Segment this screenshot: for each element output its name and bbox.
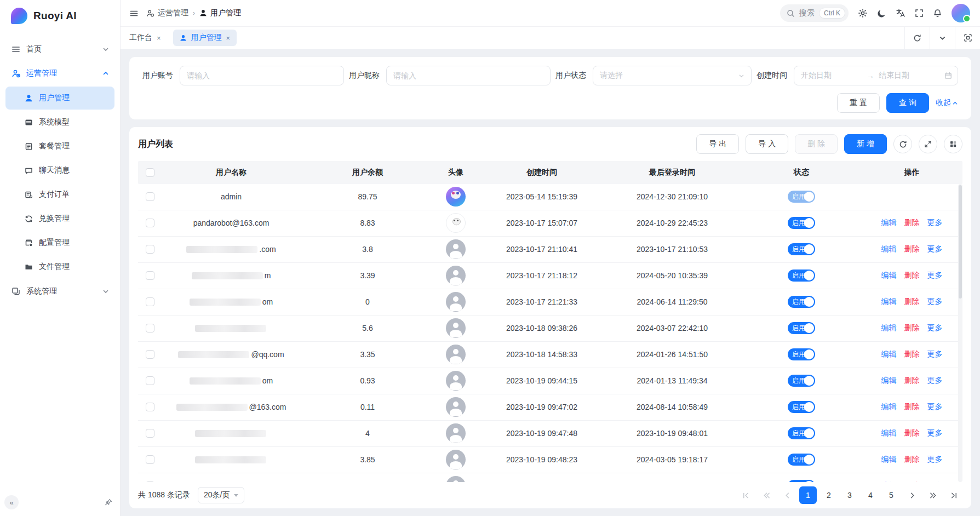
- row-checkbox[interactable]: [146, 403, 154, 411]
- status-toggle[interactable]: 启用: [788, 191, 815, 203]
- sidebar-item-system-model[interactable]: 系统模型: [5, 111, 114, 134]
- more-link[interactable]: 更多: [927, 244, 943, 254]
- edit-link[interactable]: 编辑: [881, 402, 897, 412]
- status-toggle[interactable]: 启用: [788, 454, 815, 466]
- sidebar-item-home[interactable]: 首页: [5, 37, 114, 61]
- fullscreen-icon[interactable]: [915, 9, 924, 18]
- previous-page-button[interactable]: [778, 486, 796, 504]
- row-checkbox[interactable]: [146, 429, 154, 438]
- sidebar-item-file-management[interactable]: 文件管理: [5, 255, 114, 278]
- edit-link[interactable]: 编辑: [881, 244, 897, 254]
- app-logo[interactable]: Ruoyi AI: [0, 0, 120, 32]
- delete-link[interactable]: 删除: [904, 271, 920, 280]
- row-checkbox[interactable]: [146, 192, 154, 201]
- delete-link[interactable]: 删除: [904, 402, 920, 412]
- menu-toggle-icon[interactable]: [129, 9, 139, 18]
- tab-user-management[interactable]: 用户管理 ×: [173, 30, 237, 46]
- sidebar-item-user-management[interactable]: 用户管理: [5, 87, 114, 110]
- more-link[interactable]: 更多: [927, 218, 943, 228]
- more-link[interactable]: 更多: [927, 271, 943, 280]
- global-search[interactable]: 搜索 Ctrl K: [780, 4, 849, 22]
- settings-icon[interactable]: [858, 8, 868, 18]
- next-page-button[interactable]: [903, 486, 921, 504]
- row-checkbox[interactable]: [146, 219, 154, 227]
- status-toggle[interactable]: 启用: [788, 270, 815, 282]
- more-link[interactable]: 更多: [927, 323, 943, 333]
- nickname-input[interactable]: [386, 66, 551, 85]
- status-toggle[interactable]: 启用: [788, 322, 815, 334]
- reset-button[interactable]: 重 置: [837, 93, 880, 113]
- column-settings-icon[interactable]: [944, 135, 962, 153]
- close-icon[interactable]: ×: [226, 34, 231, 42]
- status-toggle[interactable]: 启用: [788, 217, 815, 229]
- refresh-icon[interactable]: [893, 135, 912, 153]
- more-link[interactable]: 更多: [927, 428, 943, 438]
- page-button-1[interactable]: 1: [799, 486, 817, 504]
- sidebar-item-operations[interactable]: 运营管理: [5, 61, 114, 85]
- more-link[interactable]: 更多: [927, 481, 943, 482]
- edit-link[interactable]: 编辑: [881, 455, 897, 465]
- status-toggle[interactable]: 启用: [788, 243, 815, 255]
- edit-link[interactable]: 编辑: [881, 271, 897, 280]
- page-button-5[interactable]: 5: [882, 486, 900, 504]
- add-button[interactable]: 新 增: [844, 134, 887, 154]
- page-button-2[interactable]: 2: [820, 486, 838, 504]
- delete-link[interactable]: 删除: [904, 349, 920, 359]
- page-size-select[interactable]: 20条/页: [198, 487, 244, 503]
- more-link[interactable]: 更多: [927, 376, 943, 386]
- edit-link[interactable]: 编辑: [881, 323, 897, 333]
- language-icon[interactable]: [896, 8, 906, 18]
- search-button[interactable]: 查 询: [886, 93, 929, 113]
- status-toggle[interactable]: 启用: [788, 348, 815, 360]
- row-checkbox[interactable]: [146, 271, 154, 280]
- table-scrollbar[interactable]: [958, 184, 962, 482]
- close-icon[interactable]: ×: [157, 34, 161, 42]
- row-checkbox[interactable]: [146, 481, 154, 482]
- delete-link[interactable]: 删除: [904, 218, 920, 228]
- notifications-icon[interactable]: [933, 9, 942, 18]
- export-button[interactable]: 导 出: [696, 134, 739, 154]
- table-fullscreen-icon[interactable]: [919, 135, 937, 153]
- more-link[interactable]: 更多: [927, 349, 943, 359]
- sidebar-collapse-button[interactable]: «: [4, 495, 19, 509]
- date-range-picker[interactable]: 开始日期 → 结束日期: [794, 66, 958, 85]
- more-link[interactable]: 更多: [927, 402, 943, 412]
- delete-link[interactable]: 删除: [904, 481, 920, 482]
- edit-link[interactable]: 编辑: [881, 297, 897, 307]
- status-toggle[interactable]: 启用: [788, 427, 815, 439]
- content-fullscreen-icon[interactable]: [955, 27, 980, 49]
- sidebar-item-chat-messages[interactable]: 聊天消息: [5, 159, 114, 182]
- sidebar-item-payment-orders[interactable]: 支付订单: [5, 183, 114, 206]
- delete-link[interactable]: 删除: [904, 323, 920, 333]
- status-toggle[interactable]: 启用: [788, 296, 815, 308]
- row-checkbox[interactable]: [146, 455, 154, 464]
- last-page-button[interactable]: [945, 486, 962, 504]
- select-all-checkbox[interactable]: [146, 168, 154, 177]
- more-link[interactable]: 更多: [927, 455, 943, 465]
- row-checkbox[interactable]: [146, 297, 154, 306]
- status-select[interactable]: 请选择: [593, 66, 752, 85]
- sidebar-item-redeem-management[interactable]: 兑换管理: [5, 207, 114, 230]
- back-five-pages-button[interactable]: [758, 486, 775, 504]
- edit-link[interactable]: 编辑: [881, 218, 897, 228]
- collapse-filters-link[interactable]: 收起: [936, 98, 958, 108]
- delete-button[interactable]: 删 除: [795, 134, 838, 154]
- edit-link[interactable]: 编辑: [881, 428, 897, 438]
- delete-link[interactable]: 删除: [904, 428, 920, 438]
- breadcrumb-parent[interactable]: 运营管理: [146, 8, 188, 18]
- status-toggle[interactable]: 启用: [788, 480, 815, 482]
- more-link[interactable]: 更多: [927, 297, 943, 307]
- edit-link[interactable]: 编辑: [881, 376, 897, 386]
- import-button[interactable]: 导 入: [746, 134, 788, 154]
- first-page-button[interactable]: [737, 486, 754, 504]
- delete-link[interactable]: 删除: [904, 297, 920, 307]
- sidebar-item-system[interactable]: 系统管理: [5, 279, 114, 303]
- edit-link[interactable]: 编辑: [881, 349, 897, 359]
- dark-mode-icon[interactable]: [877, 9, 886, 18]
- forward-five-pages-button[interactable]: [924, 486, 942, 504]
- page-button-4[interactable]: 4: [862, 486, 879, 504]
- pin-icon[interactable]: [105, 498, 112, 506]
- row-checkbox[interactable]: [146, 350, 154, 359]
- delete-link[interactable]: 删除: [904, 244, 920, 254]
- chevron-down-icon[interactable]: [930, 27, 955, 49]
